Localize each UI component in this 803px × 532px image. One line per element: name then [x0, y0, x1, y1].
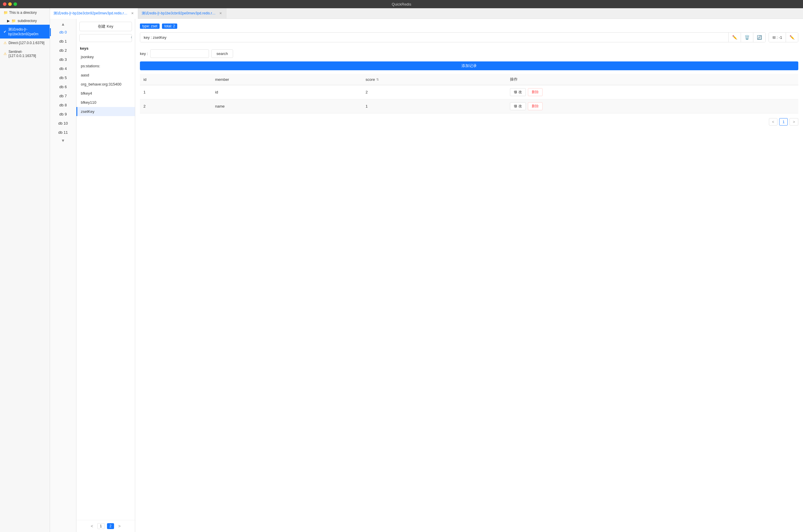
sidebar-item-conn2[interactable]: ⚠ Direct-[127.0.0.1:6379]: [0, 38, 50, 47]
row2-edit-button[interactable]: 修 改: [510, 102, 525, 110]
db8-wrapper: db 8: [50, 101, 76, 109]
conn2-label: Direct-[127.0.0.1:6379]: [8, 41, 44, 45]
key-item-aasd[interactable]: aasd: [76, 71, 135, 80]
ttl-row: ttl : -1 ✏️: [769, 32, 798, 42]
db7-wrapper: db 7: [50, 92, 76, 100]
db-panel: ▲ db 0 db 1 db 2 db 3 db 4 db 5: [50, 19, 76, 532]
keys-page-2[interactable]: 2: [107, 523, 114, 529]
app-title: QuickRedis: [392, 2, 411, 6]
add-record-button[interactable]: 添加记录: [140, 61, 798, 70]
check-circle-icon: ✔: [3, 30, 6, 34]
delete-key-button[interactable]: 🗑️: [741, 33, 753, 42]
row1-delete-button[interactable]: 删除: [528, 88, 542, 96]
key-item-bfkey110[interactable]: bfkey110: [76, 98, 135, 107]
row1-score: 2: [362, 85, 506, 99]
create-key-button[interactable]: 创建 Key: [79, 22, 132, 31]
db-item-6[interactable]: db 6: [50, 83, 76, 91]
db-item-9[interactable]: db 9: [50, 110, 76, 118]
col-header-action: 操作: [506, 74, 798, 85]
maximize-traffic-light[interactable]: [14, 2, 17, 6]
titlebar: QuickRedis: [0, 0, 803, 8]
folder-sub-icon: 📁: [12, 19, 16, 23]
keys-page-prev[interactable]: <: [89, 523, 95, 529]
type-badge: type: zset: [140, 23, 159, 29]
sidebar: 📁 This is a directory ▶ 📁 subdirectory ✔…: [0, 8, 50, 532]
filter-search-button[interactable]: search: [211, 50, 233, 58]
tab-2[interactable]: 测试redis-[r-bp1be3cbn92pe0mwv3pd.redis.rd…: [138, 8, 226, 19]
data-table: id member score ⇅ 操作: [140, 74, 798, 113]
db0-wrapper: db 0: [50, 28, 76, 36]
filter-input[interactable]: [150, 50, 209, 58]
main-area: 测试redis-[r-bp1be3cbn92pe0mwv3pd.redis.rd…: [50, 8, 803, 532]
key-item-bfkey4[interactable]: bfkey4: [76, 89, 135, 98]
warning-icon-conn3: ⚠: [3, 52, 7, 56]
db-item-11[interactable]: db 11: [50, 129, 76, 136]
warning-icon-conn2: ⚠: [3, 41, 7, 45]
db5-wrapper: db 5: [50, 74, 76, 82]
conn1-label: 测试redis-[r-bp1be3cbn92pe0m: [8, 27, 46, 36]
table-pagination: < 1 >: [140, 118, 798, 126]
directory-label: This is a directory: [9, 11, 37, 15]
refresh-key-button[interactable]: 🔄: [753, 33, 765, 42]
db-item-8[interactable]: db 8: [50, 101, 76, 109]
key-name-row: key : zsetKey ✏️ 🗑️ 🔄: [140, 32, 766, 42]
table-row: 1 id 2 修 改 删除: [140, 85, 798, 99]
keys-header: keys: [76, 44, 135, 52]
db-item-3[interactable]: db 3: [50, 56, 76, 63]
table-row: 2 name 1 修 改 删除: [140, 99, 798, 113]
sidebar-item-conn1[interactable]: ✔ 测试redis-[r-bp1be3cbn92pe0m: [0, 25, 50, 38]
key-name-display: key : zsetKey: [140, 33, 728, 42]
close-traffic-light[interactable]: [3, 2, 6, 6]
keys-page-next[interactable]: >: [116, 523, 122, 529]
edit-key-name-button[interactable]: ✏️: [728, 33, 741, 42]
key-info-wrapper: key : zsetKey ✏️ 🗑️ 🔄 ttl : -1 ✏️: [140, 32, 798, 46]
key-item-org-behave[interactable]: org_behave:org:315400: [76, 80, 135, 89]
db-item-5[interactable]: db 5: [50, 74, 76, 82]
col-header-id: id: [140, 74, 212, 85]
db3-wrapper: db 3: [50, 56, 76, 63]
table-page-current[interactable]: 1: [779, 118, 788, 126]
content-area: ▲ db 0 db 1 db 2 db 3 db 4 db 5: [50, 19, 803, 532]
row2-member: name: [212, 99, 362, 113]
key-search-button[interactable]: 🔍: [129, 34, 132, 42]
detail-header: type: zset total: 2: [140, 23, 798, 29]
row1-edit-button[interactable]: 修 改: [510, 88, 525, 96]
db-item-10[interactable]: db 10: [50, 119, 76, 127]
tab1-label: 测试redis-[r-bp1be3cbn92pe0mwv3pd.redis.rd…: [54, 11, 128, 16]
score-label: score: [366, 77, 375, 82]
db-item-2[interactable]: db 2: [50, 46, 76, 54]
row2-delete-button[interactable]: 删除: [528, 102, 542, 110]
row2-actions: 修 改 删除: [506, 99, 798, 113]
db-item-1[interactable]: db 1: [50, 37, 76, 45]
edit-ttl-button[interactable]: ✏️: [786, 33, 798, 42]
row2-score: 1: [362, 99, 506, 113]
db-nav-down[interactable]: ▼: [59, 137, 68, 144]
tab2-close-icon[interactable]: ✕: [219, 11, 223, 16]
col-header-score: score ⇅: [362, 74, 506, 85]
db-item-0[interactable]: db 0: [50, 28, 76, 36]
key-search-input[interactable]: [80, 35, 129, 42]
subdirectory-item[interactable]: ▶ 📁 subdirectory: [0, 17, 50, 25]
tab2-label: 测试redis-[r-bp1be3cbn92pe0mwv3pd.redis.rd…: [142, 11, 216, 16]
key-item-zsetKey[interactable]: zsetKey: [76, 107, 135, 116]
tab1-close-icon[interactable]: ✕: [131, 11, 134, 16]
subdirectory-label: subdirectory: [18, 19, 37, 23]
db4-wrapper: db 4: [50, 65, 76, 73]
tab-1[interactable]: 测试redis-[r-bp1be3cbn92pe0mwv3pd.redis.rd…: [50, 8, 138, 19]
minimize-traffic-light[interactable]: [8, 2, 12, 6]
filter-label: key :: [140, 52, 148, 56]
table-page-prev[interactable]: <: [769, 118, 778, 126]
db-nav-up[interactable]: ▲: [59, 21, 68, 27]
key-item-jsonkey[interactable]: jsonkey: [76, 52, 135, 61]
keys-page-1[interactable]: 1: [97, 523, 104, 529]
db-item-7[interactable]: db 7: [50, 92, 76, 100]
db-item-4[interactable]: db 4: [50, 65, 76, 73]
directory-item: 📁 This is a directory: [0, 8, 50, 17]
db11-wrapper: db 11: [50, 129, 76, 136]
sidebar-item-conn3[interactable]: ⚠ Sentinel-[127.0.0.1:16379]: [0, 47, 50, 60]
table-page-next[interactable]: >: [789, 118, 798, 126]
search-icon: 🔍: [131, 36, 132, 40]
db6-wrapper: db 6: [50, 83, 76, 91]
col-header-member: member: [212, 74, 362, 85]
key-item-ps-stations[interactable]: ps:stations:: [76, 61, 135, 71]
